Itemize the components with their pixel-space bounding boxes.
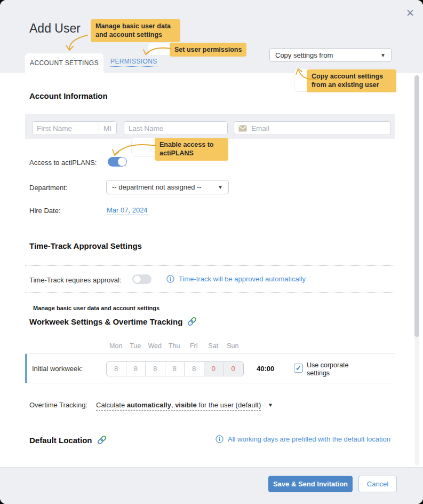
chevron-down-icon: ▼ <box>218 184 223 190</box>
workweek-day-headers: Mon Tue Wed Thu Fri Sat Sun <box>106 342 243 350</box>
workweek-note: Manage basic user data and account setti… <box>33 305 159 311</box>
divider <box>25 353 395 354</box>
middle-initial-field[interactable] <box>99 122 116 135</box>
day-label: Sun <box>223 342 243 350</box>
callout-arrow-copy-settings <box>294 65 320 82</box>
location-info-row: All working days are prefilled with the … <box>216 435 390 443</box>
info-icon <box>166 275 174 283</box>
callout-arrow-access-toggle <box>110 141 159 159</box>
timetrack-info-text: Time-track will be approved automaticall… <box>179 275 306 283</box>
hours-cell-wed[interactable]: 8 <box>146 362 165 376</box>
use-corporate-label[interactable]: Use corporate settings <box>307 361 363 377</box>
callout-arrow-account-settings <box>63 32 91 54</box>
initial-workweek-label: Initial workweek: <box>32 365 83 373</box>
email-field[interactable] <box>247 124 390 132</box>
overtime-part: for the user (default) <box>197 401 261 409</box>
department-select[interactable]: -- department not assigned -- ▼ <box>106 180 229 194</box>
add-user-dialog: Add User ✕ Manage basic user data and ac… <box>0 0 423 504</box>
name-input-group <box>32 121 117 135</box>
access-actiplans-label: Access to actiPLANS: <box>29 159 97 167</box>
overtime-part: Calculate <box>96 401 127 409</box>
first-name-field[interactable] <box>33 122 99 135</box>
info-icon <box>216 435 224 443</box>
hire-date-value[interactable]: Mar 07, 2024 <box>107 206 148 215</box>
section-account-information: Account Information <box>29 91 108 100</box>
hire-date-label: Hire Date: <box>29 207 61 215</box>
initial-workweek-cells: 8 8 8 8 8 0 0 <box>106 361 244 376</box>
timetrack-approval-toggle[interactable] <box>132 274 151 284</box>
section-default-location: Default Location <box>29 435 107 447</box>
envelope-icon <box>238 125 247 132</box>
section-timetrack-approval: Time-Track Approval Settings <box>29 241 142 250</box>
callout-enable-access: Enable access to actiPLANS <box>155 138 228 161</box>
hours-cell-sat[interactable]: 0 <box>204 362 224 376</box>
day-label: Tue <box>126 342 146 350</box>
chevron-down-icon: ▼ <box>268 402 273 408</box>
hours-cell-mon[interactable]: 8 <box>107 362 126 376</box>
location-info-text: All working days are prefilled with the … <box>228 435 390 443</box>
copy-settings-from-label: Copy settings from <box>275 51 333 59</box>
email-group <box>234 121 391 135</box>
callout-manage-basic: Manage basic user data and account setti… <box>91 19 180 42</box>
last-name-field[interactable] <box>124 122 227 135</box>
link-icon[interactable] <box>187 319 197 328</box>
workweek-heading: Workweek Settings & Overtime Tracking <box>29 317 182 326</box>
overtime-tracking-label: Overtime Tracking: <box>29 401 87 409</box>
weekly-total: 40:00 <box>257 365 274 373</box>
divider <box>25 265 395 266</box>
overtime-part-bold: automatically <box>127 401 171 409</box>
section-workweek: Workweek Settings & Overtime Tracking <box>29 316 197 328</box>
hours-cell-thu[interactable]: 8 <box>165 362 185 376</box>
chevron-down-icon: ▼ <box>380 52 386 58</box>
day-label: Thu <box>165 342 185 350</box>
tab-account-settings[interactable]: ACCOUNT SETTINGS <box>25 53 103 73</box>
day-label: Sat <box>204 342 224 350</box>
last-name-group <box>124 121 228 135</box>
overtime-part-bold: visible <box>175 401 196 409</box>
day-label: Mon <box>106 342 126 350</box>
cancel-button[interactable]: Cancel <box>358 476 397 492</box>
default-location-heading: Default Location <box>29 436 92 445</box>
save-send-invitation-button[interactable]: Save & Send Invitation <box>268 476 353 492</box>
hours-cell-sun[interactable]: 0 <box>224 362 243 376</box>
toggle-knob <box>133 275 141 284</box>
callout-copy-account: Copy account settings from an existing u… <box>307 69 396 92</box>
callout-set-permissions: Set user permissions <box>170 43 246 57</box>
hours-cell-tue[interactable]: 8 <box>126 362 146 376</box>
department-value: -- department not assigned -- <box>112 183 202 191</box>
timetrack-approval-label: Time-Track requires approval: <box>29 276 121 284</box>
close-icon[interactable]: ✕ <box>404 7 417 20</box>
hours-cell-fri[interactable]: 8 <box>185 362 204 376</box>
copy-settings-from-select[interactable]: Copy settings from ▼ <box>269 48 392 62</box>
department-label: Department: <box>29 184 68 192</box>
divider <box>25 383 395 383</box>
tab-permissions[interactable]: PERMISSIONS <box>110 58 157 67</box>
timetrack-info-row: Time-track will be approved automaticall… <box>166 275 306 283</box>
day-label: Wed <box>145 342 165 350</box>
callout-arrow-permissions <box>142 45 173 58</box>
scrollbar-thumb[interactable] <box>414 75 419 337</box>
use-corporate-checkbox[interactable]: ✓ <box>294 364 303 373</box>
day-label: Fri <box>184 342 204 350</box>
overtime-tracking-value[interactable]: Calculate automatically, visible for the… <box>96 401 261 411</box>
link-icon[interactable] <box>97 438 107 447</box>
row-accent-bar <box>25 354 27 383</box>
divider <box>25 292 395 293</box>
